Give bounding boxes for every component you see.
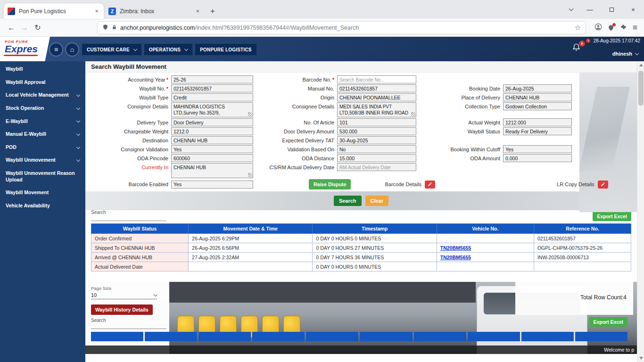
col-header-waybill-status[interactable]: Waybill Status [91, 224, 189, 234]
sidebar-item-waybill-unmovement-reason-upload[interactable]: Waybill Unmovement Reason Upload [0, 167, 85, 186]
export-excel-button-history[interactable]: Export Excel [589, 317, 627, 327]
scroll-up-arrow-icon[interactable] [637, 61, 644, 69]
browser-tab-bar: Pon Pure Logistics × Z Zimbra: Inbox × +… [0, 0, 644, 19]
browser-tab-ponpure[interactable]: Pon Pure Logistics × [4, 3, 104, 19]
scroll-down-arrow-icon[interactable] [637, 354, 644, 362]
screen: Pon Pure Logistics × Z Zimbra: Inbox × +… [0, 0, 644, 362]
manual-no-input[interactable] [337, 84, 416, 92]
barcode-enabled-input[interactable] [171, 181, 253, 189]
consignor-details-textarea[interactable]: MAHINDRA LOGISTICS LTD,Survey No.352/9, … [171, 102, 253, 117]
waybill-status-input[interactable] [503, 127, 572, 135]
consignor-validation-input[interactable] [171, 145, 253, 153]
user-menu[interactable]: dhinesh [612, 51, 638, 57]
search-button[interactable]: Search [334, 196, 362, 206]
app-hamburger-icon[interactable]: ≡ [49, 42, 63, 57]
consignee-details-textarea[interactable]: MEDI SALES INDIA PVT LTD,508/3B INNER RI… [337, 102, 416, 117]
browser-tab-zimbra[interactable]: Z Zimbra: Inbox × [105, 3, 205, 19]
tab-list-chevron-icon[interactable] [563, 0, 579, 19]
resize-grip-icon[interactable] [248, 173, 252, 177]
export-excel-button[interactable]: Export Excel [593, 212, 631, 221]
maximize-button[interactable] [601, 0, 622, 19]
menu-ponpure-logistics[interactable]: PONPURE LOGISTICS [195, 44, 256, 55]
menu-customer-care[interactable]: CUSTOMER CARE [82, 44, 141, 55]
sidebar-item-vehicle-availability[interactable]: Vehicle Availability [0, 199, 85, 213]
barcode-details-edit-icon[interactable] [425, 181, 435, 189]
home-icon[interactable]: ⌂ [65, 42, 79, 57]
door-delivery-amount-input[interactable] [337, 127, 416, 135]
waybill-history-details-button[interactable]: Waybill History Details [91, 304, 153, 315]
expected-delivery-tat-input[interactable] [337, 136, 416, 144]
actual-weight-input[interactable] [503, 118, 572, 126]
extensions-icon[interactable] [620, 23, 627, 32]
browser-menu-icon[interactable]: ≡ [633, 23, 637, 33]
notification-bell-icon[interactable]: 0 [572, 43, 581, 54]
protections-shield-icon[interactable] [608, 25, 614, 31]
resize-grip-icon[interactable] [411, 112, 415, 116]
sidebar-item-waybill-movement[interactable]: Waybill Movement [0, 186, 85, 199]
forward-icon[interactable]: → [18, 21, 31, 34]
oda-amount-input[interactable] [503, 154, 572, 162]
waybill-no-input[interactable] [171, 84, 253, 92]
account-icon[interactable] [594, 23, 602, 33]
col-header-movement-date[interactable]: Movement Date & Time [189, 224, 313, 234]
delivery-type-input[interactable] [171, 118, 253, 126]
col-header-timestamp[interactable]: Timestamp [313, 224, 437, 234]
close-button[interactable]: × [622, 0, 644, 19]
window-controls: — × [563, 0, 644, 19]
tab-close-icon[interactable]: × [93, 8, 100, 15]
vertical-scrollbar[interactable] [637, 61, 644, 362]
oda-pincode-input[interactable] [171, 154, 253, 162]
cell-movement-date [189, 262, 313, 272]
page-size-select[interactable]: 10 [91, 292, 157, 299]
sidebar-item-e-waybill[interactable]: E-Waybill [0, 115, 85, 128]
scrollbar-thumb[interactable] [638, 71, 644, 106]
no-of-article-input[interactable] [337, 118, 416, 126]
reload-icon[interactable]: ↻ [31, 21, 44, 34]
sidebar-item-waybill-unmovement[interactable]: Waybill Unmovement [0, 154, 85, 167]
barcode-no-input[interactable] [337, 75, 416, 83]
clear-button[interactable]: Clear [365, 196, 389, 206]
vehicle-link[interactable]: TN20BM5655 [440, 255, 471, 260]
waybill-type-input[interactable] [171, 93, 253, 101]
table-row: Shipped To CHENNAI HUB 26-Aug-2025 6:56P… [91, 243, 631, 253]
bookmark-star-icon[interactable]: ☆ [575, 24, 581, 32]
menu-operations[interactable]: OPERATIONS [144, 44, 192, 55]
raise-dispute-button[interactable]: Raise Dispute [309, 179, 351, 189]
collection-type-input[interactable] [503, 102, 572, 110]
origin-input[interactable] [337, 93, 416, 101]
tab-close-icon[interactable]: × [194, 8, 201, 15]
validation-based-on-input[interactable] [337, 145, 416, 153]
booking-within-cutoff-input[interactable] [503, 145, 572, 153]
minimize-button[interactable]: — [579, 0, 601, 19]
menu-label: PONPURE LOGISTICS [200, 47, 252, 52]
cell-vehicle-no: TN20BM5655 [437, 253, 534, 262]
place-of-delivery-input[interactable] [503, 93, 572, 101]
history-search-input[interactable] [91, 323, 166, 329]
back-icon[interactable]: ← [5, 21, 18, 34]
lock-icon[interactable] [112, 24, 117, 32]
cs-rm-actual-delivery-date-input[interactable] [337, 163, 416, 171]
sidebar-item-local-vehicle-management[interactable]: Local Vehicle Management [0, 89, 85, 102]
sidebar-item-waybill-approval[interactable]: Waybill Approval [0, 76, 85, 89]
sidebar-item-stock-operation[interactable]: Stock Operation [0, 102, 85, 115]
booking-date-input[interactable] [503, 84, 572, 92]
col-header-reference-no[interactable]: Reference No. [534, 224, 631, 234]
currently-in-textarea[interactable]: CHENNAI HUB [171, 163, 253, 178]
lr-copy-details-edit-icon[interactable] [598, 181, 608, 189]
tracking-shield-icon[interactable] [102, 24, 108, 32]
col-header-vehicle-no[interactable]: Vehicle No. [437, 224, 534, 234]
sidebar-item-waybill[interactable]: Waybill [0, 63, 85, 76]
barcode-no-label: Barcode No. [253, 77, 337, 82]
vehicle-link[interactable]: TN20BM5655 [440, 245, 471, 251]
new-tab-button[interactable]: + [206, 7, 220, 19]
accounting-year-input[interactable] [171, 75, 253, 83]
resize-grip-icon[interactable] [248, 112, 252, 116]
sidebar-item-pod[interactable]: POD [0, 141, 85, 154]
movement-search-box: Search [91, 210, 166, 221]
movement-search-input[interactable] [91, 215, 166, 221]
address-bar[interactable]: anchor.ponpurelogistics.com/index.html?6… [97, 21, 586, 34]
sidebar-item-manual-e-waybill[interactable]: Manual E-Waybill [0, 128, 85, 141]
chargeable-weight-input[interactable] [171, 127, 253, 135]
oda-distance-input[interactable] [337, 154, 416, 162]
destination-input[interactable] [171, 136, 253, 144]
